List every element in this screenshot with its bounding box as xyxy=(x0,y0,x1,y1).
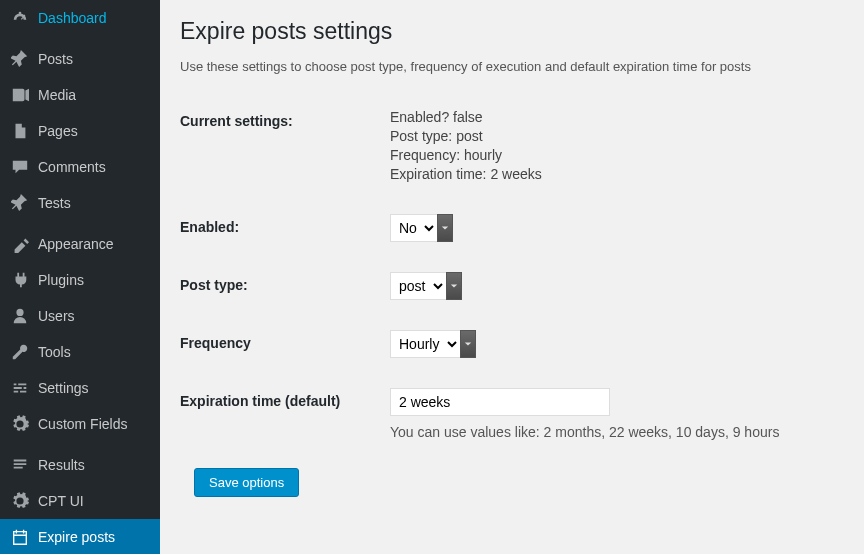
sidebar-item-cpt-ui[interactable]: CPT UI xyxy=(0,483,160,519)
tool-icon xyxy=(10,342,30,362)
chevron-down-icon xyxy=(446,272,462,300)
settings-form: Current settings: Enabled? false Post ty… xyxy=(180,98,844,460)
posttype-select[interactable]: post xyxy=(390,272,446,300)
sidebar-item-label: Custom Fields xyxy=(38,416,127,432)
current-settings-values: Enabled? false Post type: post Frequency… xyxy=(390,98,844,204)
sidebar-item-users[interactable]: Users xyxy=(0,298,160,334)
pin-icon xyxy=(10,193,30,213)
sidebar-item-label: Media xyxy=(38,87,76,103)
sidebar-item-dashboard[interactable]: Dashboard xyxy=(0,0,160,36)
plugin-icon xyxy=(10,270,30,290)
sidebar-item-label: Users xyxy=(38,308,75,324)
expiration-input[interactable] xyxy=(390,388,610,416)
sidebar-item-tools[interactable]: Tools xyxy=(0,334,160,370)
appearance-icon xyxy=(10,234,30,254)
sidebar-item-label: Results xyxy=(38,457,85,473)
sidebar-item-tests[interactable]: Tests xyxy=(0,185,160,221)
pin-icon xyxy=(10,49,30,69)
sidebar-item-label: Comments xyxy=(38,159,106,175)
sidebar-item-label: Plugins xyxy=(38,272,84,288)
sidebar-item-results[interactable]: Results xyxy=(0,447,160,483)
sidebar-item-expire-posts[interactable]: Expire posts xyxy=(0,519,160,554)
expiration-hint: You can use values like: 2 months, 22 we… xyxy=(390,424,834,440)
posttype-select-wrap: post xyxy=(390,272,462,300)
results-icon xyxy=(10,455,30,475)
expiration-label: Expiration time (default) xyxy=(180,378,390,460)
comment-icon xyxy=(10,157,30,177)
admin-sidebar: Dashboard Posts Media Pages Comments Tes… xyxy=(0,0,160,554)
sidebar-item-comments[interactable]: Comments xyxy=(0,149,160,185)
chevron-down-icon xyxy=(460,330,476,358)
sidebar-item-label: CPT UI xyxy=(38,493,84,509)
posttype-label: Post type: xyxy=(180,262,390,320)
sidebar-item-label: Dashboard xyxy=(38,10,107,26)
sidebar-item-label: Posts xyxy=(38,51,73,67)
gear-icon xyxy=(10,414,30,434)
sidebar-item-settings[interactable]: Settings xyxy=(0,370,160,406)
chevron-down-icon xyxy=(437,214,453,242)
frequency-label: Frequency xyxy=(180,320,390,378)
calendar-icon xyxy=(10,527,30,547)
page-title: Expire posts settings xyxy=(180,18,844,45)
sidebar-item-media[interactable]: Media xyxy=(0,77,160,113)
enabled-label: Enabled: xyxy=(180,204,390,262)
frequency-select[interactable]: Hourly xyxy=(390,330,460,358)
sidebar-item-label: Tools xyxy=(38,344,71,360)
content-area: Expire posts settings Use these settings… xyxy=(160,0,864,554)
sidebar-item-label: Appearance xyxy=(38,236,114,252)
sidebar-item-label: Expire posts xyxy=(38,529,115,545)
enabled-select[interactable]: No xyxy=(390,214,437,242)
frequency-select-wrap: Hourly xyxy=(390,330,476,358)
sidebar-item-plugins[interactable]: Plugins xyxy=(0,262,160,298)
user-icon xyxy=(10,306,30,326)
media-icon xyxy=(10,85,30,105)
current-settings-heading: Current settings: xyxy=(180,98,390,204)
sidebar-item-posts[interactable]: Posts xyxy=(0,41,160,77)
settings-icon xyxy=(10,378,30,398)
dashboard-icon xyxy=(10,8,30,28)
sidebar-item-custom-fields[interactable]: Custom Fields xyxy=(0,406,160,442)
sidebar-item-label: Pages xyxy=(38,123,78,139)
sidebar-item-pages[interactable]: Pages xyxy=(0,113,160,149)
page-description: Use these settings to choose post type, … xyxy=(180,59,844,74)
page-icon xyxy=(10,121,30,141)
gear-icon xyxy=(10,491,30,511)
sidebar-item-label: Settings xyxy=(38,380,89,396)
save-button[interactable]: Save options xyxy=(194,468,299,497)
sidebar-item-appearance[interactable]: Appearance xyxy=(0,226,160,262)
sidebar-item-label: Tests xyxy=(38,195,71,211)
enabled-select-wrap: No xyxy=(390,214,453,242)
